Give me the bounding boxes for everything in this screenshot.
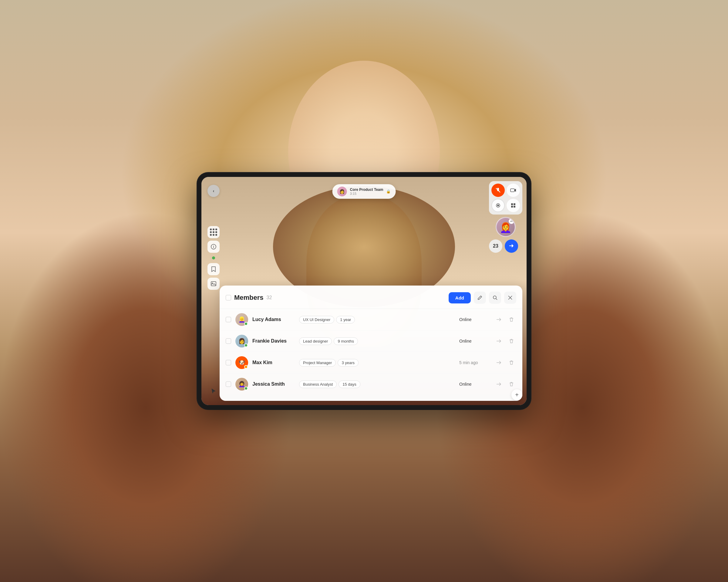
svg-line-13 <box>496 299 497 300</box>
edit-participant-icon: ✏ <box>509 219 514 224</box>
call-team-avatar: 👩 <box>337 186 347 196</box>
bottom-controls-row: 23 <box>489 239 522 253</box>
controls-top-row <box>491 183 520 197</box>
member-checkbox-lucy[interactable] <box>226 317 231 322</box>
online-indicator <box>244 344 248 347</box>
role-tag-max: Project Manager <box>299 359 336 366</box>
member-name-max: Max Kim <box>252 360 295 365</box>
tablet-screen: 👩 Core Product Team 3:15 🔒 ‹ <box>201 177 527 405</box>
search-members-button[interactable] <box>489 292 501 304</box>
member-tags-frankie: Lead designer 9 months <box>299 337 455 345</box>
member-row: 👩‍🦱 Jessica Smith Business Analyst 15 da… <box>219 374 522 395</box>
member-tags-lucy: UX UI Designer 1 year <box>299 316 455 324</box>
member-actions-lucy <box>494 315 516 324</box>
svg-rect-10 <box>511 206 513 207</box>
delete-member-frankie[interactable] <box>506 336 516 346</box>
member-name-lucy: Lucy Adams <box>252 317 295 322</box>
mute-button[interactable] <box>491 183 505 197</box>
forward-member-lucy[interactable] <box>494 315 503 324</box>
member-avatar-lucy: 👱‍♀️ <box>235 313 248 326</box>
member-tags-jessica: Business Analyst 15 days <box>299 381 455 388</box>
svg-point-12 <box>493 296 496 299</box>
lock-icon: 🔒 <box>386 189 391 194</box>
info-button[interactable]: i <box>207 241 219 253</box>
member-checkbox-max[interactable] <box>226 360 231 365</box>
duration-tag-jessica: 15 days <box>339 381 360 388</box>
member-checkbox-jessica[interactable] <box>226 381 231 387</box>
call-timer: 3:15 <box>350 192 383 196</box>
svg-rect-9 <box>514 203 515 205</box>
member-tags-max: Project Manager 3 years <box>299 359 455 366</box>
image-button[interactable] <box>207 278 219 290</box>
add-floating-button[interactable]: + <box>512 389 522 400</box>
member-row: 🐶 Max Kim Project Manager 3 years 5 min … <box>219 352 522 374</box>
members-panel: Members 32 Add <box>219 285 522 401</box>
left-sidebar: ‹ i <box>206 181 222 401</box>
participant-thumbnail[interactable]: ✏ 👩‍🦰 <box>496 217 516 237</box>
duration-tag-max: 3 years <box>338 359 359 366</box>
grid-control-button[interactable] <box>506 199 520 212</box>
online-indicator <box>244 322 248 326</box>
duration-tag-lucy: 1 year <box>336 316 355 324</box>
call-info-text: Core Product Team 3:15 <box>350 187 383 196</box>
away-indicator <box>244 365 248 369</box>
role-tag-jessica: Business Analyst <box>299 381 337 388</box>
member-status-jessica: Online <box>459 382 490 386</box>
back-button[interactable]: ‹ <box>207 185 219 197</box>
member-row: 👱‍♀️ Lucy Adams UX UI Designer 1 year On… <box>219 309 522 330</box>
forward-member-frankie[interactable] <box>494 336 503 346</box>
member-checkbox-frankie[interactable] <box>226 338 231 344</box>
grid-icon <box>210 228 217 236</box>
forward-member-max[interactable] <box>494 358 503 368</box>
share-button[interactable] <box>505 239 518 253</box>
forward-member-jessica[interactable] <box>494 379 503 389</box>
role-tag-lucy: UX UI Designer <box>299 316 334 324</box>
call-info-bar[interactable]: 👩 Core Product Team 3:15 🔒 <box>333 184 396 199</box>
online-indicator <box>244 386 248 390</box>
member-row: 👩 Frankie Davies Lead designer 9 months … <box>219 330 522 352</box>
members-title: Members <box>234 294 264 302</box>
tablet-shell: 👩 Core Product Team 3:15 🔒 ‹ <box>197 173 531 409</box>
member-status-lucy: Online <box>459 317 490 322</box>
member-name-jessica: Jessica Smith <box>252 381 295 387</box>
svg-text:i: i <box>213 245 214 249</box>
add-member-button[interactable]: Add <box>449 292 471 303</box>
svg-rect-5 <box>511 189 515 192</box>
grid-view-button[interactable] <box>207 226 219 238</box>
member-actions-jessica <box>494 379 516 389</box>
svg-point-7 <box>497 204 499 206</box>
controls-bottom-row <box>491 199 520 212</box>
svg-rect-11 <box>514 206 515 207</box>
cursor-button[interactable] <box>207 385 219 397</box>
bookmark-button[interactable] <box>207 263 219 275</box>
delete-member-jessica[interactable] <box>506 379 516 389</box>
record-button[interactable] <box>491 199 505 212</box>
delete-member-lucy[interactable] <box>506 315 516 324</box>
member-status-max: 5 min ago <box>459 360 490 365</box>
role-tag-frankie: Lead designer <box>299 337 332 345</box>
member-actions-frankie <box>494 336 516 346</box>
members-count: 32 <box>267 295 272 300</box>
edit-members-button[interactable] <box>474 292 486 304</box>
member-avatar-jessica: 👩‍🦱 <box>235 378 248 390</box>
member-avatar-max: 🐶 <box>235 356 248 369</box>
member-name-frankie: Frankie Davies <box>252 338 295 344</box>
media-controls-group <box>489 181 522 214</box>
member-actions-max <box>494 358 516 368</box>
select-all-checkbox[interactable] <box>226 295 231 300</box>
members-header: Members 32 Add <box>219 292 522 309</box>
tablet-device: 👩 Core Product Team 3:15 🔒 ‹ <box>197 173 531 409</box>
right-controls: ✏ 👩‍🦰 23 <box>489 181 522 253</box>
member-avatar-frankie: 👩 <box>235 335 248 348</box>
call-team-name: Core Product Team <box>350 187 383 192</box>
camera-button[interactable] <box>506 183 520 197</box>
participant-count-badge[interactable]: 23 <box>489 239 502 253</box>
status-indicator <box>212 256 215 259</box>
member-status-frankie: Online <box>459 339 490 344</box>
close-members-panel-button[interactable] <box>504 292 516 304</box>
duration-tag-frankie: 9 months <box>334 337 358 345</box>
svg-rect-8 <box>511 203 513 205</box>
delete-member-max[interactable] <box>506 358 516 368</box>
